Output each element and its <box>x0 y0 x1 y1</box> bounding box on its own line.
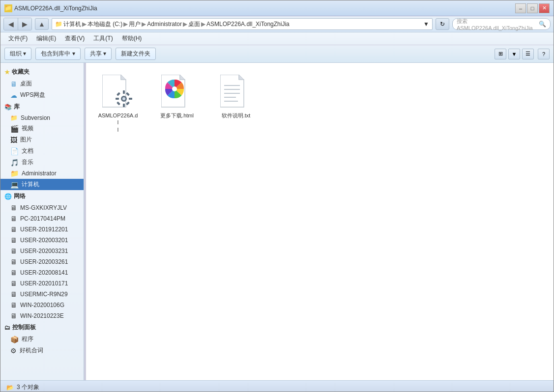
new-folder-button[interactable]: 新建文件夹 <box>116 48 156 60</box>
pc-icon-6: 🖥 <box>10 258 17 266</box>
subversion-label: Subversion <box>21 114 50 121</box>
sidebar-item-ms[interactable]: 🖥 MS-GXKIXRYJLV <box>0 202 84 213</box>
sidebar-item-desktop[interactable]: 🖥 桌面 <box>0 78 84 89</box>
sidebar-item-pc2017[interactable]: 🖥 PC-20170414PM <box>0 213 84 224</box>
up-button[interactable]: ▲ <box>35 18 49 30</box>
sidebar-network-header[interactable]: 🌐 网络 <box>0 190 84 202</box>
search-box[interactable]: 搜索 ASMLOP226A.dll_XiTongZhiJia 🔍 <box>452 18 551 30</box>
close-button[interactable]: ✕ <box>539 3 550 13</box>
txt-doc-svg <box>220 75 248 108</box>
user202008-label: USER-202008141 <box>20 269 68 276</box>
other-icon: ⚙ <box>10 347 17 355</box>
txt-icon-wrapper <box>220 75 252 110</box>
menu-edit[interactable]: 编辑(E) <box>32 33 60 44</box>
nav-buttons: ◀ ▶ <box>3 18 32 30</box>
breadcrumb-computer: 计算机 <box>63 20 81 28</box>
svg-rect-10 <box>126 92 130 96</box>
breadcrumb: 📁 计算机 ▶ 本地磁盘 (C:) ▶ 用户 ▶ Administrator ▶… <box>55 20 423 28</box>
window-icon: 📁 <box>4 4 12 12</box>
maximize-button[interactable]: □ <box>527 3 538 13</box>
pinwheel-icon <box>164 79 185 101</box>
refresh-button[interactable]: ↻ <box>436 18 449 30</box>
sidebar-item-pictures[interactable]: 🖼 图片 <box>0 134 84 145</box>
library-folder-icon: 📚 <box>4 104 12 111</box>
sidebar-item-usermic[interactable]: 🖥 USERMIC-R9N29 <box>0 289 84 300</box>
svg-rect-8 <box>117 92 120 96</box>
pc-icon-9: 🖥 <box>10 290 17 298</box>
file-item-txt[interactable]: 软件说明.txt <box>214 73 258 121</box>
forward-button[interactable]: ▶ <box>18 18 31 30</box>
organize-button[interactable]: 组织 ▾ <box>4 48 31 60</box>
help-button[interactable]: ? <box>538 49 550 59</box>
sidebar-item-documents[interactable]: 📄 文档 <box>0 145 84 157</box>
sidebar-item-wps[interactable]: ☁ WPS网盘 <box>0 89 84 101</box>
win2020-label: WIN-20200106G <box>20 302 64 308</box>
programs-icon: 📦 <box>10 336 19 343</box>
breadcrumb-users: 用户 <box>129 20 141 28</box>
svg-rect-11 <box>126 102 130 106</box>
network-label: 网络 <box>14 192 26 200</box>
share-label: 共享 ▾ <box>90 50 106 58</box>
computer-label: 计算机 <box>22 180 39 189</box>
music-label: 音乐 <box>22 158 33 167</box>
sidebar-item-win2021[interactable]: 🖥 WIN-20210223E <box>0 310 84 321</box>
search-icon: 🔍 <box>539 21 546 28</box>
control-panel-label: 控制面板 <box>12 323 36 332</box>
dll-icon-wrapper <box>102 75 134 110</box>
html-icon-wrapper <box>161 75 193 110</box>
svg-point-14 <box>172 86 177 91</box>
sidebar-control-panel-header[interactable]: 🗂 控制面板 <box>0 321 84 334</box>
network-icon: 🌐 <box>4 193 12 200</box>
sidebar-item-win2020[interactable]: 🖥 WIN-20200106G <box>0 300 84 310</box>
sidebar-item-computer[interactable]: 💻 计算机 <box>0 179 84 190</box>
sidebar-item-administrator[interactable]: 📁 Administrator <box>0 168 84 179</box>
view-detail-button[interactable]: ☰ <box>522 49 534 59</box>
window-controls: – □ ✕ <box>515 3 550 13</box>
sidebar-item-video[interactable]: 🎬 视频 <box>0 123 84 134</box>
sidebar-favorites-header[interactable]: ★ 收藏夹 <box>0 66 84 78</box>
menu-tools[interactable]: 工具(T) <box>89 33 117 44</box>
menu-bar: 文件(F) 编辑(E) 查看(V) 工具(T) 帮助(H) <box>0 32 554 45</box>
sidebar-item-user2019[interactable]: 🖥 USER-201912201 <box>0 224 84 235</box>
sidebar-item-user202003c[interactable]: 🖥 USER-202003261 <box>0 256 84 267</box>
address-box[interactable]: 📁 计算机 ▶ 本地磁盘 (C:) ▶ 用户 ▶ Administrator ▶… <box>52 18 433 30</box>
pc-icon-2: 🖥 <box>10 215 17 223</box>
view-large-icon-button[interactable]: ⊞ <box>495 49 506 59</box>
svg-rect-4 <box>123 90 125 94</box>
video-icon: 🎬 <box>10 125 19 133</box>
menu-view[interactable]: 查看(V) <box>61 33 88 44</box>
share-button[interactable]: 共享 ▾ <box>85 48 112 60</box>
sidebar-item-user202008[interactable]: 🖥 USER-202008141 <box>0 267 84 278</box>
sidebar-library-header[interactable]: 📚 库 <box>0 101 84 113</box>
menu-file[interactable]: 文件(F) <box>4 33 31 44</box>
win2021-label: WIN-20210223E <box>20 312 64 319</box>
back-button[interactable]: ◀ <box>4 18 18 30</box>
user2019-label: USER-201912201 <box>20 226 68 233</box>
sidebar-item-user202003b[interactable]: 🖥 USER-202003231 <box>0 246 84 256</box>
toolbar-right: ⊞ ▼ ☰ ? <box>495 49 550 59</box>
user202003b-label: USER-202003231 <box>20 248 68 254</box>
view-dropdown-button[interactable]: ▼ <box>508 49 520 59</box>
sidebar: ★ 收藏夹 🖥 桌面 ☁ WPS网盘 📚 库 📁 Subversion 🎬 视频… <box>0 63 84 380</box>
pc-icon-8: 🖥 <box>10 280 17 287</box>
pc2017-label: PC-20170414PM <box>20 215 65 222</box>
user202003c-label: USER-202003261 <box>20 258 68 265</box>
sidebar-item-music[interactable]: 🎵 音乐 <box>0 157 84 168</box>
sidebar-item-user202003a[interactable]: 🖥 USER-202003201 <box>0 235 84 246</box>
file-item-html[interactable]: 更多下载.html <box>155 73 199 121</box>
svg-rect-9 <box>117 102 120 106</box>
file-item-dll[interactable]: ASMLOP226A.dll <box>96 73 140 135</box>
sidebar-item-other[interactable]: ⚙ 好机合词 <box>0 345 84 356</box>
minimize-button[interactable]: – <box>515 3 526 13</box>
admin-icon: 📁 <box>10 169 19 177</box>
address-dropdown-icon[interactable]: ▼ <box>423 21 429 28</box>
sidebar-item-programs[interactable]: 📦 程序 <box>0 334 84 345</box>
library-button[interactable]: 包含到库中 ▾ <box>35 48 80 60</box>
menu-help[interactable]: 帮助(H) <box>118 33 146 44</box>
user202003a-label: USER-202003201 <box>20 237 68 244</box>
pc-icon-7: 🖥 <box>10 269 17 277</box>
sidebar-item-user202010[interactable]: 🖥 USER-202010171 <box>0 278 84 289</box>
other-label: 好机合词 <box>20 346 43 355</box>
address-bar-area: ◀ ▶ ▲ 📁 计算机 ▶ 本地磁盘 (C:) ▶ 用户 ▶ Administr… <box>0 16 554 32</box>
sidebar-item-subversion[interactable]: 📁 Subversion <box>0 113 84 123</box>
